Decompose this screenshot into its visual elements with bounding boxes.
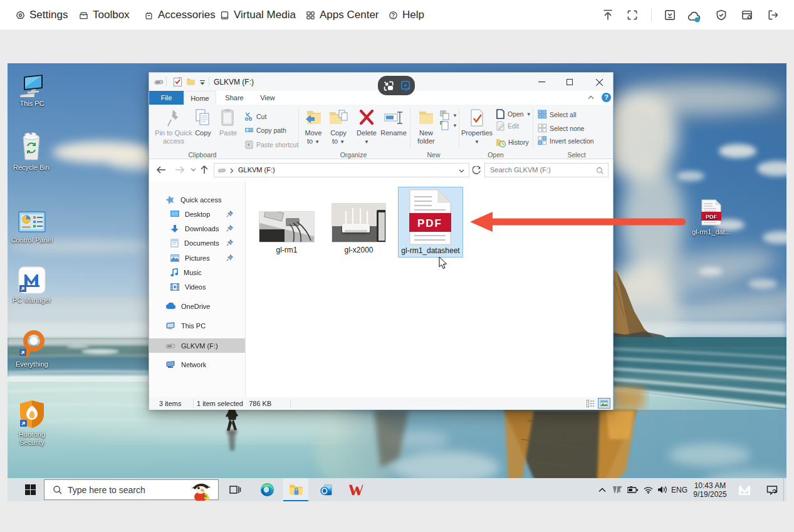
svg-text:PDF: PDF — [706, 214, 718, 220]
svg-text:PDF: PDF — [417, 217, 442, 229]
